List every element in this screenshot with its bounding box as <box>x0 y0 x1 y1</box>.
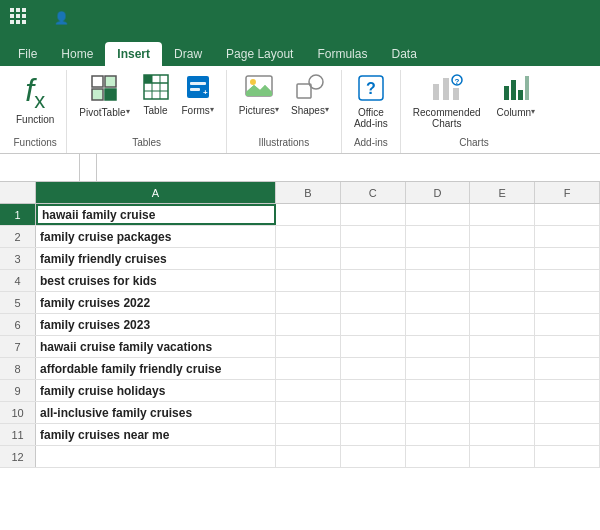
forms-button[interactable]: + Forms ▾ <box>178 72 218 118</box>
tab-page-layout[interactable]: Page Layout <box>214 42 305 66</box>
cell-f9[interactable] <box>535 380 600 401</box>
cell-a6[interactable]: family cruises 2023 <box>36 314 276 335</box>
recommended-charts-button[interactable]: ? Recommended Charts <box>409 72 485 131</box>
table-row[interactable]: 3family friendly cruises <box>0 248 600 270</box>
table-row[interactable]: 8affordable family friendly cruise <box>0 358 600 380</box>
cell-e9[interactable] <box>470 380 535 401</box>
tab-file[interactable]: File <box>6 42 49 66</box>
cell-a9[interactable]: family cruise holidays <box>36 380 276 401</box>
cell-e2[interactable] <box>470 226 535 247</box>
tab-insert[interactable]: Insert <box>105 42 162 66</box>
cell-f8[interactable] <box>535 358 600 379</box>
cell-e7[interactable] <box>470 336 535 357</box>
cell-c6[interactable] <box>341 314 406 335</box>
cell-d12[interactable] <box>406 446 471 467</box>
cell-e3[interactable] <box>470 248 535 269</box>
table-row[interactable]: 2family cruise packages <box>0 226 600 248</box>
cell-f5[interactable] <box>535 292 600 313</box>
table-row[interactable]: 12 <box>0 446 600 468</box>
cell-d3[interactable] <box>406 248 471 269</box>
column-chart-button[interactable]: Column ▾ <box>493 72 539 120</box>
cell-f1[interactable] <box>535 204 600 225</box>
cell-f11[interactable] <box>535 424 600 445</box>
shapes-button[interactable]: Shapes ▾ <box>287 72 333 118</box>
cell-d4[interactable] <box>406 270 471 291</box>
cell-b11[interactable] <box>276 424 341 445</box>
cell-f12[interactable] <box>535 446 600 467</box>
cell-b10[interactable] <box>276 402 341 423</box>
cell-a8[interactable]: affordable family friendly cruise <box>36 358 276 379</box>
cell-d1[interactable] <box>406 204 471 225</box>
pictures-button[interactable]: Pictures ▾ <box>235 72 283 118</box>
cell-e12[interactable] <box>470 446 535 467</box>
col-header-d[interactable]: D <box>406 182 471 203</box>
col-header-a[interactable]: A <box>36 182 276 203</box>
table-row[interactable]: 6family cruises 2023 <box>0 314 600 336</box>
tab-formulas[interactable]: Formulas <box>305 42 379 66</box>
table-row[interactable]: 4best cruises for kids <box>0 270 600 292</box>
cell-ref-box[interactable] <box>0 154 80 181</box>
cell-e11[interactable] <box>470 424 535 445</box>
cell-b7[interactable] <box>276 336 341 357</box>
cell-b5[interactable] <box>276 292 341 313</box>
cell-f6[interactable] <box>535 314 600 335</box>
cell-e8[interactable] <box>470 358 535 379</box>
tab-draw[interactable]: Draw <box>162 42 214 66</box>
function-button[interactable]: fx Function <box>12 72 58 127</box>
table-row[interactable]: 11family cruises near me <box>0 424 600 446</box>
cell-b1[interactable] <box>276 204 341 225</box>
cell-d11[interactable] <box>406 424 471 445</box>
table-row[interactable]: 10all-inclusive family cruises <box>0 402 600 424</box>
office-addins-button[interactable]: ? Office Add-ins <box>350 72 392 131</box>
cell-c8[interactable] <box>341 358 406 379</box>
cell-d7[interactable] <box>406 336 471 357</box>
cell-d8[interactable] <box>406 358 471 379</box>
cell-a12[interactable] <box>36 446 276 467</box>
cell-c1[interactable] <box>341 204 406 225</box>
cell-d10[interactable] <box>406 402 471 423</box>
cell-c5[interactable] <box>341 292 406 313</box>
table-row[interactable]: 1hawaii family cruise <box>0 204 600 226</box>
pivot-table-button[interactable]: PivotTable ▾ <box>75 72 133 120</box>
cell-a10[interactable]: all-inclusive family cruises <box>36 402 276 423</box>
cell-a11[interactable]: family cruises near me <box>36 424 276 445</box>
cell-c7[interactable] <box>341 336 406 357</box>
cell-c10[interactable] <box>341 402 406 423</box>
col-header-f[interactable]: F <box>535 182 600 203</box>
cell-a7[interactable]: hawaii cruise family vacations <box>36 336 276 357</box>
cell-f4[interactable] <box>535 270 600 291</box>
cell-a2[interactable]: family cruise packages <box>36 226 276 247</box>
cell-a3[interactable]: family friendly cruises <box>36 248 276 269</box>
cell-c9[interactable] <box>341 380 406 401</box>
cell-e1[interactable] <box>470 204 535 225</box>
cell-d2[interactable] <box>406 226 471 247</box>
table-row[interactable]: 9family cruise holidays <box>0 380 600 402</box>
cell-c12[interactable] <box>341 446 406 467</box>
tab-home[interactable]: Home <box>49 42 105 66</box>
cell-f2[interactable] <box>535 226 600 247</box>
cell-d9[interactable] <box>406 380 471 401</box>
tab-data[interactable]: Data <box>379 42 428 66</box>
cell-f10[interactable] <box>535 402 600 423</box>
table-button[interactable]: Table <box>138 72 174 118</box>
app-grid-icon[interactable] <box>10 8 26 28</box>
cell-c3[interactable] <box>341 248 406 269</box>
cell-c2[interactable] <box>341 226 406 247</box>
cell-b2[interactable] <box>276 226 341 247</box>
cell-e4[interactable] <box>470 270 535 291</box>
cell-f7[interactable] <box>535 336 600 357</box>
cell-a1[interactable]: hawaii family cruise <box>36 204 276 225</box>
cell-f3[interactable] <box>535 248 600 269</box>
cell-b9[interactable] <box>276 380 341 401</box>
cell-d5[interactable] <box>406 292 471 313</box>
cell-b6[interactable] <box>276 314 341 335</box>
table-row[interactable]: 5family cruises 2022 <box>0 292 600 314</box>
cell-b12[interactable] <box>276 446 341 467</box>
col-header-c[interactable]: C <box>341 182 406 203</box>
cell-e6[interactable] <box>470 314 535 335</box>
cell-a5[interactable]: family cruises 2022 <box>36 292 276 313</box>
cell-b8[interactable] <box>276 358 341 379</box>
cell-d6[interactable] <box>406 314 471 335</box>
cell-e5[interactable] <box>470 292 535 313</box>
cell-c11[interactable] <box>341 424 406 445</box>
